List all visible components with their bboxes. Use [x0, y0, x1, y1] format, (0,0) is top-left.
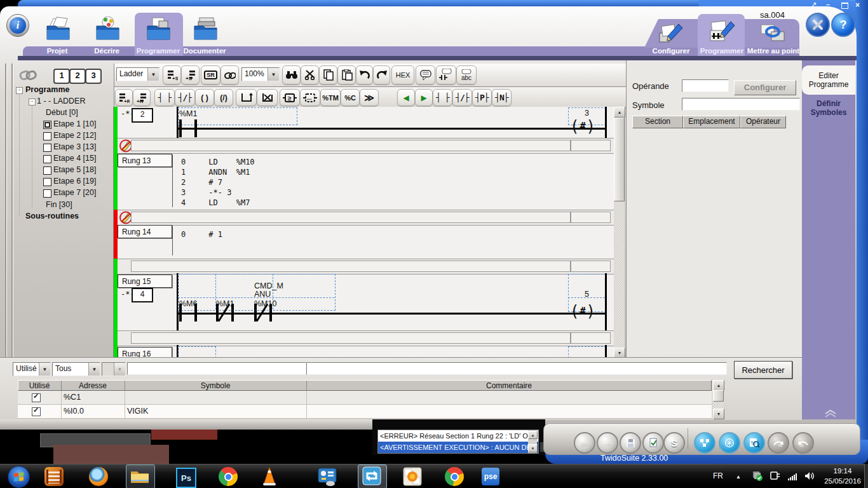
decrire-icon[interactable] — [93, 17, 122, 43]
add-rung-button[interactable]: +R — [115, 89, 133, 106]
falling-edge-contact-button[interactable]: ┤N├ — [492, 89, 512, 106]
step-box[interactable] — [43, 144, 51, 152]
finder-table-scrollbar[interactable]: ▲ ▼ — [713, 380, 724, 418]
operande-input[interactable] — [682, 79, 729, 92]
insert-rung-button[interactable]: +R — [133, 89, 151, 106]
tab-projet[interactable]: Projet — [47, 47, 68, 55]
help-button[interactable]: ? — [831, 13, 855, 37]
il-line[interactable]: 2 # 7 — [181, 178, 222, 187]
used-checkbox[interactable] — [32, 407, 41, 416]
rung-comment-bar[interactable] — [131, 261, 571, 272]
tab-definir-symboles[interactable]: Définir Symboles — [804, 99, 853, 117]
programmer-phase-icon[interactable] — [708, 20, 736, 46]
col-commentaire[interactable]: Commentaire — [306, 381, 712, 390]
nav-forward-button[interactable]: → — [597, 432, 618, 454]
tray-update-icon[interactable] — [752, 471, 763, 481]
type-filter-select[interactable]: Tous▼ — [52, 362, 100, 376]
symbol-comment-button[interactable]: abc — [456, 65, 477, 85]
rung-index-box[interactable]: 4 — [132, 288, 153, 302]
validate-button[interactable] — [642, 432, 664, 454]
tree-node-sous-routines[interactable]: Sous-routines — [25, 212, 79, 220]
compare-block-button[interactable]: ≥ — [280, 89, 300, 106]
schneider-button[interactable]: S — [663, 432, 685, 454]
scroll-thumb[interactable] — [614, 118, 625, 201]
start-button[interactable] — [8, 466, 30, 488]
il-line[interactable]: 0 # 1 — [181, 230, 222, 239]
page-button-2[interactable]: 2 — [69, 69, 86, 84]
redo-button[interactable] — [373, 65, 390, 85]
rung-comment-cell[interactable] — [571, 332, 611, 344]
scroll-thumb[interactable] — [713, 390, 724, 402]
phase-mettre-au-point[interactable]: Mettre au point — [747, 47, 799, 55]
scroll-down-icon[interactable]: ▼ — [713, 409, 724, 419]
window-restore-icon[interactable] — [841, 3, 848, 9]
chevron-down-icon[interactable]: ▼ — [268, 68, 279, 81]
contact-label[interactable]: %M1 — [179, 109, 197, 118]
zoom-select[interactable]: 100%▼ — [241, 67, 280, 81]
tree-node-etape1[interactable]: Etape 1 [10] — [53, 119, 96, 128]
console-line-error[interactable]: <ERREUR> Réseau Section 1 Rung 22 : 'LD'… — [378, 430, 538, 442]
tray-volume-icon[interactable] — [804, 471, 815, 480]
tree-node-programme[interactable]: Programme — [25, 85, 69, 94]
step-box[interactable] — [43, 132, 51, 140]
hex-toggle-button[interactable]: HEX — [391, 65, 414, 85]
tab-decrire[interactable]: Décrire — [94, 47, 119, 55]
col-utilise[interactable]: Utilisé — [18, 381, 61, 390]
window-close-icon[interactable]: × — [855, 1, 860, 10]
transfer-pc-plc-button[interactable]: 01 — [768, 432, 789, 454]
step-box[interactable] — [43, 155, 51, 163]
erase-line-button[interactable] — [257, 89, 278, 106]
chevron-down-icon[interactable]: ▼ — [88, 363, 100, 376]
il-line[interactable]: 4 LD %M7 — [181, 198, 250, 207]
tab-editer-programme[interactable]: Editer Programme — [802, 65, 855, 95]
program-mode-button[interactable] — [694, 432, 715, 454]
no-contact-button[interactable]: ┤ ├ — [154, 89, 175, 106]
tray-network-icon[interactable] — [770, 471, 780, 480]
set-coil-icon[interactable]: (#) — [570, 302, 595, 320]
tray-clock[interactable]: 19:14 25/05/2016 — [822, 466, 863, 486]
chevron-down-icon[interactable]: ▼ — [39, 363, 50, 376]
collapse-chevron-icon[interactable] — [824, 409, 837, 418]
tree-node-etape3[interactable]: Etape 3 [13] — [53, 142, 96, 151]
symbole-input[interactable] — [682, 98, 800, 111]
chevron-down-icon[interactable]: ▼ — [114, 363, 125, 376]
photo-viewer-icon[interactable] — [403, 467, 422, 486]
used-filter-select[interactable]: Utilisé▼ — [13, 362, 51, 376]
tree-node-etape4[interactable]: Etape 4 [15] — [53, 154, 96, 163]
tab-documenter[interactable]: Documenter — [183, 47, 226, 55]
prev-rung-button[interactable]: ◀ — [397, 89, 415, 106]
no-contact-button-2[interactable]: ┤ ├ — [433, 89, 452, 106]
table-row[interactable]: %I0.0 VIGIK — [18, 405, 712, 419]
tab-programmer[interactable]: Programmer — [137, 47, 180, 55]
il-line[interactable]: 0 LD %M10 — [181, 158, 255, 166]
photoshop-elements-icon[interactable]: pse — [482, 468, 499, 485]
scroll-down-icon[interactable]: ▼ — [528, 444, 538, 452]
table-row[interactable]: %C1 — [18, 391, 712, 405]
extra-filter-select[interactable]: ▼ — [102, 362, 126, 376]
programmer-icon[interactable] — [144, 17, 173, 43]
tree-node-ladder[interactable]: 1 - - LADDER — [37, 97, 85, 105]
console-listbox[interactable]: <ERREUR> Réseau Section 1 Rung 22 : 'LD'… — [377, 430, 539, 454]
set-coil-icon[interactable]: (#) — [570, 118, 595, 135]
subroutine-button[interactable]: SR — [201, 65, 220, 85]
counter-block-button[interactable]: %C — [341, 89, 360, 106]
ladder-canvas[interactable]: -*- 2 %M1 3 (#) Rung 13 0 LD %M10 1 ANDN… — [113, 107, 614, 357]
save-button[interactable] — [620, 432, 641, 454]
page-button-1[interactable]: 1 — [53, 69, 70, 84]
console-line-warning[interactable]: <AVERTISSEMENT EXECUTION> : AUCUN DÉM — [378, 442, 538, 453]
tree-expander[interactable] — [29, 98, 36, 105]
rung-comment-cell[interactable] — [571, 140, 611, 151]
comment-button[interactable] — [416, 65, 435, 85]
firefox-icon[interactable] — [89, 467, 108, 486]
coil-button[interactable]: ( ) — [195, 89, 214, 106]
il-line[interactable]: 3 -*- 3 — [181, 188, 231, 197]
rung14-header-button[interactable]: Rung 14 — [118, 225, 172, 238]
search-button[interactable] — [282, 65, 301, 85]
nc-coil-button[interactable]: (/) — [214, 89, 233, 106]
chrome-icon-2[interactable] — [445, 467, 464, 486]
tray-expand-icon[interactable]: ▲ — [736, 474, 741, 480]
inspector-col-operateur[interactable]: Opérateur — [740, 116, 786, 128]
inspector-col-emplacement[interactable]: Emplacement — [683, 116, 740, 128]
nav-back-button[interactable]: ← — [574, 432, 595, 454]
operand-comment-button[interactable] — [436, 65, 456, 85]
